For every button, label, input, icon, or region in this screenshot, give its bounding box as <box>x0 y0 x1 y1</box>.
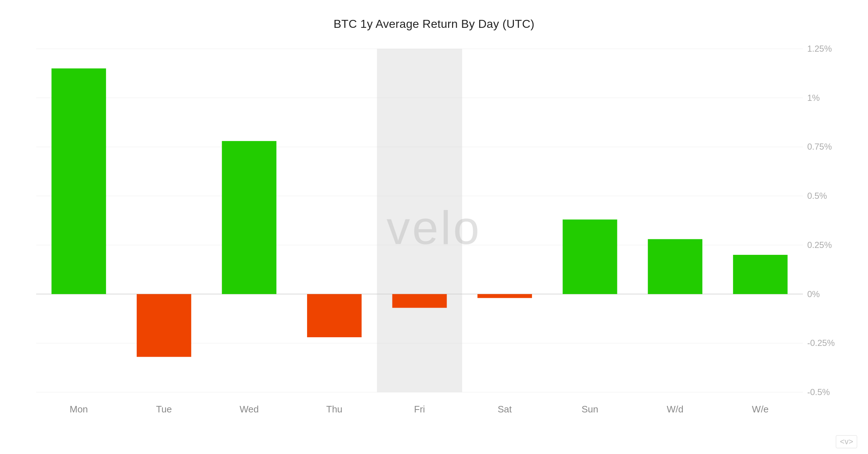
svg-text:Sat: Sat <box>498 404 512 415</box>
svg-text:Tue: Tue <box>156 404 172 415</box>
svg-text:0.25%: 0.25% <box>807 240 832 250</box>
svg-rect-27 <box>477 294 532 298</box>
svg-rect-29 <box>563 219 617 294</box>
version-tag[interactable]: <v> <box>836 435 857 448</box>
svg-rect-25 <box>392 294 447 308</box>
svg-text:Mon: Mon <box>69 404 88 415</box>
chart-area: 1.25%1%0.75%0.5%0.25%0%-0.25%-0.5%MonTue… <box>25 38 843 417</box>
svg-text:W/d: W/d <box>667 404 684 415</box>
svg-text:0.75%: 0.75% <box>807 142 832 151</box>
svg-rect-24 <box>377 49 462 392</box>
svg-rect-18 <box>137 294 191 357</box>
svg-text:Fri: Fri <box>414 404 425 415</box>
svg-rect-16 <box>51 68 106 294</box>
svg-text:Wed: Wed <box>239 404 259 415</box>
svg-text:1.25%: 1.25% <box>807 44 832 53</box>
svg-text:Thu: Thu <box>326 404 342 415</box>
svg-rect-20 <box>222 141 277 294</box>
chart-svg: 1.25%1%0.75%0.5%0.25%0%-0.25%-0.5%MonTue… <box>25 38 843 417</box>
svg-rect-33 <box>733 255 788 294</box>
svg-rect-31 <box>648 239 702 294</box>
svg-text:1%: 1% <box>807 93 820 103</box>
chart-container: BTC 1y Average Return By Day (UTC) 1.25%… <box>0 0 868 454</box>
chart-title: BTC 1y Average Return By Day (UTC) <box>333 17 535 31</box>
svg-text:W/e: W/e <box>752 404 769 415</box>
svg-text:-0.25%: -0.25% <box>807 338 835 348</box>
svg-rect-22 <box>307 294 362 337</box>
svg-text:0%: 0% <box>807 289 820 299</box>
svg-text:-0.5%: -0.5% <box>807 387 830 397</box>
svg-text:Sun: Sun <box>582 404 598 415</box>
svg-text:0.5%: 0.5% <box>807 191 827 201</box>
